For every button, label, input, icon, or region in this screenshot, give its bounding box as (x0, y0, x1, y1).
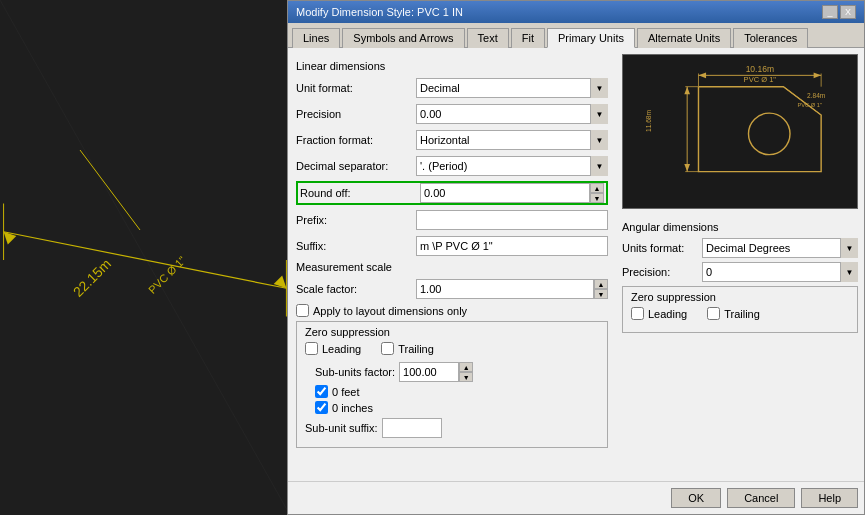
dialog-body: Linear dimensions Unit format: Decimal ▼… (288, 48, 864, 481)
unit-format-select[interactable]: Decimal (416, 78, 608, 98)
round-off-spinner-btns: ▲ ▼ (590, 183, 604, 203)
apply-layout-label[interactable]: Apply to layout dimensions only (313, 305, 467, 317)
unit-format-label: Unit format: (296, 82, 416, 94)
prefix-label: Prefix: (296, 214, 416, 226)
prefix-input[interactable] (416, 210, 608, 230)
angular-precision-row: Precision: 0 ▼ (622, 262, 858, 282)
fraction-format-select[interactable]: Horizontal (416, 130, 608, 150)
angular-precision-select[interactable]: 0 (702, 262, 858, 282)
zero-feet-checkbox[interactable] (315, 385, 328, 398)
precision-select[interactable]: 0.00 (416, 104, 608, 124)
zero-inches-label[interactable]: 0 inches (332, 402, 373, 414)
sub-units-factor-label: Sub-units factor: (315, 366, 395, 378)
round-off-label: Round off: (300, 187, 420, 199)
angular-trailing-row: Trailing (707, 307, 760, 320)
scale-factor-down-button[interactable]: ▼ (594, 289, 608, 299)
scale-factor-up-button[interactable]: ▲ (594, 279, 608, 289)
tabs-bar: Lines Symbols and Arrows Text Fit Primar… (288, 23, 864, 48)
angular-units-format-wrap: Decimal Degrees ▼ (702, 238, 858, 258)
angular-trailing-label[interactable]: Trailing (724, 308, 760, 320)
measurement-scale-section: Measurement scale Scale factor: ▲ ▼ Appl… (296, 261, 608, 317)
unit-format-wrap: Decimal ▼ (416, 78, 608, 98)
sub-units-factor-input[interactable] (399, 362, 459, 382)
angular-dimensions-header: Angular dimensions (622, 221, 858, 233)
precision-wrap: 0.00 ▼ (416, 104, 608, 124)
leading-check-row: Leading (305, 342, 361, 355)
dialog-titlebar: Modify Dimension Style: PVC 1 IN _ X (288, 1, 864, 23)
angular-precision-wrap: 0 ▼ (702, 262, 858, 282)
angular-zero-checks-row: Leading Trailing (631, 307, 849, 323)
angular-zero-suppression-header: Zero suppression (631, 291, 849, 303)
angular-units-format-label: Units format: (622, 242, 702, 254)
round-off-up-button[interactable]: ▲ (590, 183, 604, 193)
preview-box: 10.16m PVC Ø 1" 11.68m 2.84m PVC Ø 1" (622, 54, 858, 209)
zero-checks-row: Leading Trailing (305, 342, 599, 358)
leading-label[interactable]: Leading (322, 343, 361, 355)
zero-inches-checkbox[interactable] (315, 401, 328, 414)
zero-feet-label[interactable]: 0 feet (332, 386, 360, 398)
svg-rect-10 (623, 58, 857, 204)
scale-factor-row: Scale factor: ▲ ▼ (296, 278, 608, 300)
angular-precision-label: Precision: (622, 266, 702, 278)
scale-factor-input[interactable] (416, 279, 594, 299)
round-off-down-button[interactable]: ▼ (590, 193, 604, 203)
angular-units-format-select[interactable]: Decimal Degrees (702, 238, 858, 258)
angular-trailing-checkbox[interactable] (707, 307, 720, 320)
tab-tolerances[interactable]: Tolerances (733, 28, 808, 48)
tab-symbols[interactable]: Symbols and Arrows (342, 28, 464, 48)
round-off-spinner: ▲ ▼ (420, 183, 604, 203)
help-button[interactable]: Help (801, 488, 858, 508)
scale-factor-label: Scale factor: (296, 283, 416, 295)
trailing-check-row: Trailing (381, 342, 434, 355)
angular-leading-checkbox[interactable] (631, 307, 644, 320)
ok-button[interactable]: OK (671, 488, 721, 508)
angular-leading-row: Leading (631, 307, 687, 320)
zero-inches-row: 0 inches (315, 401, 599, 414)
tab-fit[interactable]: Fit (511, 28, 545, 48)
fraction-format-label: Fraction format: (296, 134, 416, 146)
linear-dimensions-header: Linear dimensions (296, 60, 608, 72)
prefix-row: Prefix: (296, 209, 608, 231)
svg-text:PVC Ø 1": PVC Ø 1" (798, 102, 822, 108)
trailing-label[interactable]: Trailing (398, 343, 434, 355)
subunits-section: Sub-units factor: ▲ ▼ 0 feet (315, 362, 599, 414)
angular-units-format-row: Units format: Decimal Degrees ▼ (622, 238, 858, 258)
minimize-button[interactable]: _ (822, 5, 838, 19)
sub-unit-suffix-row: Sub-unit suffix: (305, 418, 599, 438)
precision-label: Precision (296, 108, 416, 120)
apply-layout-checkbox[interactable] (296, 304, 309, 317)
unit-format-row: Unit format: Decimal ▼ (296, 77, 608, 99)
angular-zero-suppression-section: Zero suppression Leading Trailing (622, 286, 858, 333)
sub-unit-suffix-label: Sub-unit suffix: (305, 422, 378, 434)
angular-leading-label[interactable]: Leading (648, 308, 687, 320)
fraction-format-row: Fraction format: Horizontal ▼ (296, 129, 608, 151)
cad-background: 22.15m PVC Ø 1" (0, 0, 290, 515)
zero-suppression-header: Zero suppression (305, 326, 599, 338)
tab-text[interactable]: Text (467, 28, 509, 48)
precision-row: Precision 0.00 ▼ (296, 103, 608, 125)
tab-primary-units[interactable]: Primary Units (547, 28, 635, 48)
decimal-separator-select[interactable]: '. (Period) (416, 156, 608, 176)
trailing-checkbox[interactable] (381, 342, 394, 355)
cancel-button[interactable]: Cancel (727, 488, 795, 508)
tab-alternate[interactable]: Alternate Units (637, 28, 731, 48)
tab-lines[interactable]: Lines (292, 28, 340, 48)
scale-factor-spinner: ▲ ▼ (416, 279, 608, 299)
round-off-input[interactable] (420, 183, 590, 203)
dialog-title: Modify Dimension Style: PVC 1 IN (296, 6, 463, 18)
svg-text:11.68m: 11.68m (645, 109, 652, 132)
round-off-row: Round off: ▲ ▼ (296, 181, 608, 205)
svg-text:10.16m: 10.16m (746, 64, 774, 74)
fraction-format-wrap: Horizontal ▼ (416, 130, 608, 150)
sub-unit-suffix-input[interactable] (382, 418, 442, 438)
zero-feet-row: 0 feet (315, 385, 599, 398)
decimal-separator-wrap: '. (Period) ▼ (416, 156, 608, 176)
leading-checkbox[interactable] (305, 342, 318, 355)
sub-units-down-button[interactable]: ▼ (459, 372, 473, 382)
sub-units-up-button[interactable]: ▲ (459, 362, 473, 372)
close-button[interactable]: X (840, 5, 856, 19)
sub-units-factor-row: Sub-units factor: ▲ ▼ (315, 362, 599, 382)
suffix-input[interactable] (416, 236, 608, 256)
sub-units-spinner-btns: ▲ ▼ (459, 362, 473, 382)
zero-suppression-section: Zero suppression Leading Trailing Sub-un… (296, 321, 608, 448)
